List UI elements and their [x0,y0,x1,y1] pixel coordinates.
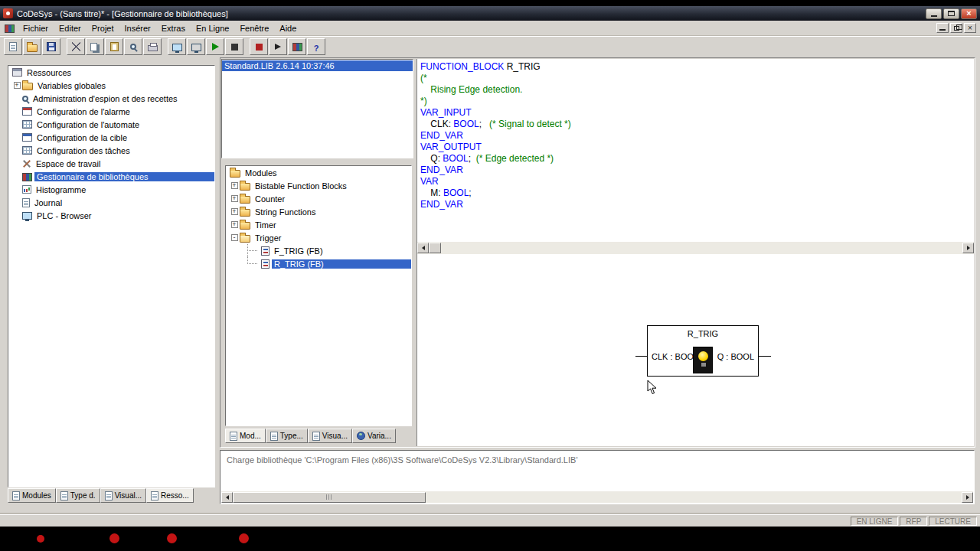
menu-aide[interactable]: Aide [274,22,302,34]
tree-item-espace-de-travail[interactable]: Espace de travail [8,157,214,170]
block-diagram-view[interactable]: R_TRIG CLK : BOOL Q : BOOL [416,254,974,446]
mdi-restore-icon [954,26,959,31]
mdi-window-controls: × [936,23,976,33]
menu-en-ligne[interactable]: En Ligne [191,22,234,34]
tree-item-timer[interactable]: +Timer [226,218,411,231]
menu-ins-rer[interactable]: Insérer [119,22,156,34]
toolbar-find-button[interactable] [124,38,142,55]
expander-plus[interactable]: + [231,182,238,189]
tree-item-bistable-function-blocks[interactable]: +Bistable Function Blocks [226,179,411,192]
toolbar-library-manager-button[interactable] [288,38,306,55]
tree-item-r-trig-fb[interactable]: R_TRIG (FB) [226,257,411,270]
declaration-editor[interactable]: FUNCTION_BLOCK R_TRIG(* Rising Edge dete… [416,59,974,242]
arrow-left-icon [422,246,425,250]
titlebar[interactable]: CoDeSys - (Sans titre)* - [Gestionnaire … [0,6,980,21]
toolbar-cut-button[interactable] [67,38,85,55]
toolbar-print-button[interactable] [143,38,162,55]
tree-item-trigger[interactable]: -Trigger [226,231,411,244]
toolbar-copy-button[interactable] [86,38,104,55]
module-tab-mod[interactable]: Mod... [225,429,266,443]
tree-item-administration-d-espion-et-des-recettes[interactable]: Administration d'espion et des recettes [8,92,214,105]
library-list[interactable]: Standard.LIB 2.6.14 10:37:46 [221,59,413,158]
tree-item-variables-globales[interactable]: +Variables globales [8,79,214,92]
resources-tab-visual[interactable]: Visual... [100,488,146,503]
resources-tab-type-d[interactable]: Type d. [56,488,100,503]
maximize-button[interactable] [943,8,959,19]
mdi-minimize-button[interactable] [936,23,949,33]
tree-item-modules[interactable]: Modules [226,166,411,179]
expander-minus[interactable]: - [231,234,238,241]
scroll-left-button[interactable] [221,492,233,503]
expander-plus[interactable]: + [14,82,21,89]
scroll-left-button[interactable] [417,243,429,253]
tree-item-configuration-de-la-cible[interactable]: Configuration de la cible [8,131,214,144]
toolbar-login-button[interactable] [168,38,186,55]
tree-item-label: Administration d'espion et des recettes [31,94,214,103]
module-tree[interactable]: Modules+Bistable Function Blocks+Counter… [225,165,412,426]
toolbar-paste-button[interactable] [105,38,123,55]
tree-item-configuration-des-t-ches[interactable]: Configuration des tâches [8,144,214,157]
tree-item-string-functions[interactable]: +String Functions [226,205,411,218]
resources-tree[interactable]: Ressources+Variables globalesAdministrat… [8,65,215,487]
minimize-button[interactable] [926,8,942,19]
tree-item-ressources[interactable]: Ressources [8,66,214,79]
grip-icon [326,494,333,500]
tree-item-configuration-de-l-alarme[interactable]: Configuration de l'alarme [8,105,214,118]
close-button[interactable]: × [961,8,977,19]
message-log-panel: Charge bibliothèque 'C:\Program Files (x… [220,450,975,504]
library-row[interactable]: Standard.LIB 2.6.14 10:37:46 [222,60,413,71]
mdi-close-button[interactable]: × [964,23,976,33]
tree-item-counter[interactable]: +Counter [226,192,411,205]
menu-editer[interactable]: Editer [54,22,87,34]
save-icon [47,42,56,51]
toolbar-run-button[interactable] [206,38,224,55]
tree-item-label: Journal [32,198,214,207]
module-tab-varia[interactable]: Varia... [352,429,396,443]
tree-item-f-trig-fb[interactable]: F_TRIG (FB) [226,244,411,257]
message-hscrollbar[interactable] [221,491,973,503]
expander-plus[interactable]: + [231,221,238,228]
library-icon [22,173,32,181]
mdi-restore-button[interactable] [950,23,962,33]
scrollbar-thumb[interactable] [429,243,441,253]
toolbar-new-file-button[interactable] [4,38,22,55]
code-line: M: BOOL; [420,187,974,199]
alarm-config-icon [22,107,32,116]
toolbar-logout-button[interactable] [187,38,205,55]
toolbar-help-button[interactable] [307,38,325,55]
expander-plus[interactable]: + [231,208,238,215]
child-window-icon [5,24,15,33]
module-tab-type[interactable]: Type... [266,429,308,443]
resources-tab-modules[interactable]: Modules [8,488,56,503]
expander-plus[interactable]: + [231,195,238,202]
tree-item-plc-browser[interactable]: PLC - Browser [8,209,214,222]
toolbar-stop-button[interactable] [225,38,243,55]
toolbar-step-over-button[interactable] [269,38,287,55]
tree-item-histogramme[interactable]: Histogramme [8,183,214,196]
menu-projet[interactable]: Projet [87,22,119,34]
module-tab-visua[interactable]: Visua... [308,429,352,443]
scrollbar-thumb[interactable] [233,492,426,503]
stop-icon [231,44,238,51]
toolbar-save-button[interactable] [42,38,60,55]
toolbar-open-file-button[interactable] [23,38,41,55]
declaration-hscrollbar[interactable] [416,242,974,254]
tree-item-gestionnaire-de-biblioth-ques[interactable]: Gestionnaire de bibliothèques [8,170,214,183]
scroll-right-button[interactable] [962,243,974,253]
scrollbar-track[interactable] [441,243,962,253]
window-title: CoDeSys - (Sans titre)* - [Gestionnaire … [17,9,228,18]
code-line: END_VAR [420,130,974,142]
scrollbar-track[interactable] [426,492,962,503]
page-icon [270,432,278,441]
resources-tab-resso[interactable]: Resso... [146,488,194,503]
tree-item-journal[interactable]: Journal [8,196,214,209]
help-icon [312,42,321,51]
menu-fen-tre[interactable]: Fenêtre [234,22,274,34]
menu-extras[interactable]: Extras [156,22,191,34]
scroll-right-button[interactable] [962,492,973,503]
menu-fichier[interactable]: Fichier [18,22,54,34]
toolbar-breakpoint-button[interactable] [250,38,268,55]
bulb-glow [698,351,708,361]
page-icon [151,491,158,500]
tree-item-configuration-de-l-automate[interactable]: Configuration de l'automate [8,118,214,131]
